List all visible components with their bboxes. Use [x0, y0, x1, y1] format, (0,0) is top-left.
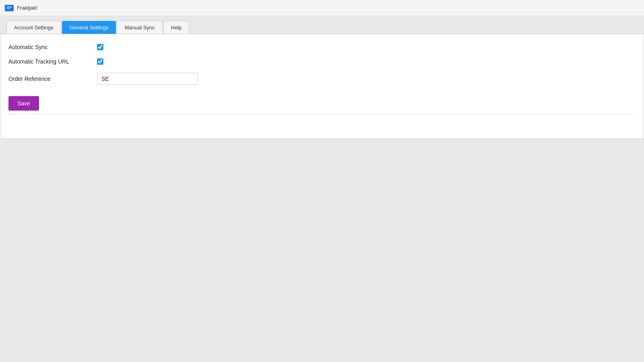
tab-account-settings[interactable]: Account Settings [6, 21, 61, 34]
tab-manual-sync[interactable]: Manual Sync [117, 21, 162, 34]
order-reference-row: Order Reference [8, 73, 636, 85]
tab-help[interactable]: Help [163, 21, 190, 34]
svg-rect-1 [7, 6, 12, 8]
automatic-tracking-url-label: Automatic Tracking URL [8, 58, 97, 65]
svg-rect-2 [7, 8, 10, 9]
panel-divider [8, 114, 636, 114]
top-bar: Fraktjakt [0, 0, 644, 16]
app-name: Fraktjakt [17, 5, 37, 11]
save-button[interactable]: Save [8, 96, 39, 111]
automatic-sync-checkbox[interactable] [97, 44, 103, 50]
order-reference-input[interactable] [97, 73, 198, 85]
main-content: Account Settings General Settings Manual… [0, 16, 644, 362]
app-logo [5, 5, 14, 11]
automatic-tracking-url-checkbox[interactable] [97, 58, 103, 65]
tab-bar: Account Settings General Settings Manual… [0, 16, 644, 34]
order-reference-label: Order Reference [8, 76, 97, 82]
automatic-sync-label: Automatic Sync [8, 44, 97, 50]
settings-panel: Automatic Sync Automatic Tracking URL Or… [0, 34, 644, 139]
automatic-sync-row: Automatic Sync [8, 44, 636, 50]
automatic-tracking-url-row: Automatic Tracking URL [8, 58, 636, 65]
tab-general-settings[interactable]: General Settings [62, 21, 116, 34]
